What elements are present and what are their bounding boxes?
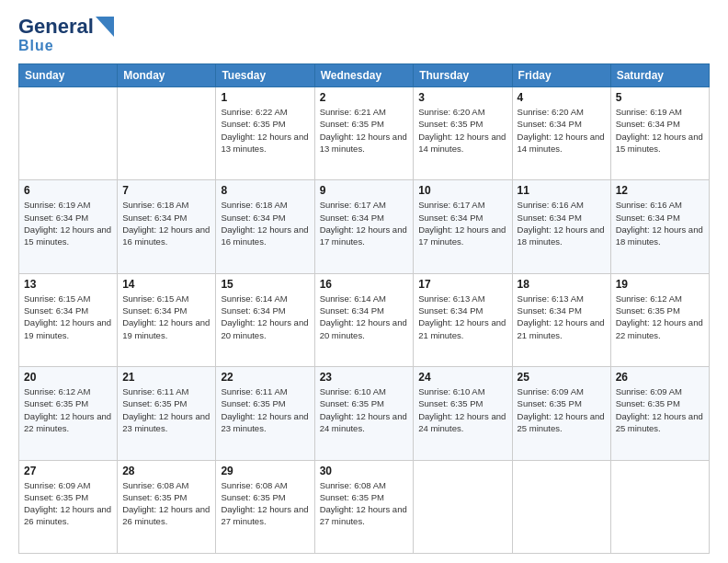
svg-marker-0: [96, 17, 114, 37]
logo: General Blue: [18, 17, 114, 54]
calendar-table: SundayMondayTuesdayWednesdayThursdayFrid…: [18, 63, 710, 554]
day-number: 30: [320, 465, 409, 477]
calendar-cell: 17 Sunrise: 6:13 AMSunset: 6:34 PMDaylig…: [414, 273, 512, 366]
weekday-header-row: SundayMondayTuesdayWednesdayThursdayFrid…: [19, 64, 710, 87]
day-info: Sunrise: 6:08 AMSunset: 6:35 PMDaylight:…: [221, 480, 308, 527]
day-number: 25: [518, 371, 606, 384]
day-number: 29: [221, 465, 309, 477]
day-number: 16: [320, 278, 409, 291]
calendar-cell: 8 Sunrise: 6:18 AMSunset: 6:34 PMDayligh…: [216, 180, 314, 273]
calendar-week-row: 13 Sunrise: 6:15 AMSunset: 6:34 PMDaylig…: [19, 273, 710, 366]
calendar-cell: 26 Sunrise: 6:09 AMSunset: 6:35 PMDaylig…: [610, 367, 709, 460]
day-number: 19: [616, 278, 704, 291]
calendar-cell: [414, 460, 512, 553]
calendar-week-row: 1 Sunrise: 6:22 AMSunset: 6:35 PMDayligh…: [19, 87, 710, 180]
calendar-cell: [512, 460, 610, 553]
day-info: Sunrise: 6:16 AMSunset: 6:34 PMDaylight:…: [518, 200, 605, 247]
day-number: 28: [122, 465, 210, 477]
calendar-cell: 2 Sunrise: 6:21 AMSunset: 6:35 PMDayligh…: [314, 87, 414, 180]
calendar-cell: 12 Sunrise: 6:16 AMSunset: 6:34 PMDaylig…: [610, 180, 709, 273]
day-number: 7: [122, 184, 210, 197]
day-number: 18: [518, 278, 606, 291]
weekday-header-monday: Monday: [118, 64, 216, 87]
day-info: Sunrise: 6:18 AMSunset: 6:34 PMDaylight:…: [122, 200, 210, 247]
day-info: Sunrise: 6:13 AMSunset: 6:34 PMDaylight:…: [518, 293, 605, 340]
day-number: 14: [122, 278, 210, 291]
calendar-cell: [19, 87, 118, 180]
day-number: 26: [616, 371, 704, 384]
calendar-cell: 18 Sunrise: 6:13 AMSunset: 6:34 PMDaylig…: [512, 273, 610, 366]
day-info: Sunrise: 6:16 AMSunset: 6:34 PMDaylight:…: [616, 200, 703, 247]
calendar-cell: 24 Sunrise: 6:10 AMSunset: 6:35 PMDaylig…: [414, 367, 512, 460]
calendar-cell: 22 Sunrise: 6:11 AMSunset: 6:35 PMDaylig…: [216, 367, 314, 460]
calendar-week-row: 6 Sunrise: 6:19 AMSunset: 6:34 PMDayligh…: [19, 180, 710, 273]
day-number: 1: [221, 91, 309, 104]
day-number: 6: [24, 184, 112, 197]
day-number: 4: [518, 91, 606, 104]
day-number: 15: [221, 278, 309, 291]
logo-blue-label: Blue: [18, 38, 54, 53]
calendar-cell: 6 Sunrise: 6:19 AMSunset: 6:34 PMDayligh…: [19, 180, 118, 273]
day-number: 12: [616, 184, 704, 197]
day-info: Sunrise: 6:09 AMSunset: 6:35 PMDaylight:…: [616, 386, 703, 433]
calendar-week-row: 27 Sunrise: 6:09 AMSunset: 6:35 PMDaylig…: [19, 460, 710, 553]
day-info: Sunrise: 6:20 AMSunset: 6:35 PMDaylight:…: [418, 107, 506, 154]
day-number: 22: [221, 371, 309, 384]
day-info: Sunrise: 6:09 AMSunset: 6:35 PMDaylight:…: [24, 480, 111, 527]
day-info: Sunrise: 6:22 AMSunset: 6:35 PMDaylight:…: [221, 107, 308, 154]
page: General Blue SundayMondayTuesdayWednesda…: [0, 0, 728, 563]
day-number: 9: [320, 184, 409, 197]
day-number: 11: [518, 184, 606, 197]
calendar-week-row: 20 Sunrise: 6:12 AMSunset: 6:35 PMDaylig…: [19, 367, 710, 460]
day-info: Sunrise: 6:20 AMSunset: 6:34 PMDaylight:…: [518, 107, 605, 154]
calendar-cell: 20 Sunrise: 6:12 AMSunset: 6:35 PMDaylig…: [19, 367, 118, 460]
calendar-cell: [118, 87, 216, 180]
day-info: Sunrise: 6:13 AMSunset: 6:34 PMDaylight:…: [418, 293, 506, 340]
day-info: Sunrise: 6:10 AMSunset: 6:35 PMDaylight:…: [418, 386, 506, 433]
calendar-cell: 15 Sunrise: 6:14 AMSunset: 6:34 PMDaylig…: [216, 273, 314, 366]
day-number: 24: [418, 371, 506, 384]
day-info: Sunrise: 6:19 AMSunset: 6:34 PMDaylight:…: [24, 200, 111, 247]
day-number: 27: [24, 465, 112, 477]
day-info: Sunrise: 6:14 AMSunset: 6:34 PMDaylight:…: [320, 293, 407, 340]
day-info: Sunrise: 6:21 AMSunset: 6:35 PMDaylight:…: [320, 107, 407, 154]
calendar-cell: 10 Sunrise: 6:17 AMSunset: 6:34 PMDaylig…: [414, 180, 512, 273]
calendar-cell: 16 Sunrise: 6:14 AMSunset: 6:34 PMDaylig…: [314, 273, 414, 366]
day-info: Sunrise: 6:12 AMSunset: 6:35 PMDaylight:…: [616, 293, 703, 340]
calendar-cell: 5 Sunrise: 6:19 AMSunset: 6:34 PMDayligh…: [610, 87, 709, 180]
calendar-cell: [610, 460, 709, 553]
calendar-cell: 7 Sunrise: 6:18 AMSunset: 6:34 PMDayligh…: [118, 180, 216, 273]
day-number: 17: [418, 278, 506, 291]
day-number: 3: [418, 91, 506, 104]
weekday-header-thursday: Thursday: [414, 64, 512, 87]
day-number: 13: [24, 278, 112, 291]
calendar-cell: 9 Sunrise: 6:17 AMSunset: 6:34 PMDayligh…: [314, 180, 414, 273]
day-info: Sunrise: 6:15 AMSunset: 6:34 PMDaylight:…: [122, 293, 210, 340]
day-info: Sunrise: 6:08 AMSunset: 6:35 PMDaylight:…: [122, 480, 210, 527]
weekday-header-friday: Friday: [512, 64, 610, 87]
header: General Blue: [18, 17, 710, 54]
logo-general: General: [18, 17, 94, 37]
day-info: Sunrise: 6:17 AMSunset: 6:34 PMDaylight:…: [418, 200, 506, 247]
day-info: Sunrise: 6:11 AMSunset: 6:35 PMDaylight:…: [221, 386, 308, 433]
day-number: 5: [616, 91, 704, 104]
day-number: 8: [221, 184, 309, 197]
day-info: Sunrise: 6:08 AMSunset: 6:35 PMDaylight:…: [320, 480, 407, 527]
weekday-header-sunday: Sunday: [19, 64, 118, 87]
calendar-cell: 27 Sunrise: 6:09 AMSunset: 6:35 PMDaylig…: [19, 460, 118, 553]
day-info: Sunrise: 6:09 AMSunset: 6:35 PMDaylight:…: [518, 386, 605, 433]
day-number: 10: [418, 184, 506, 197]
day-info: Sunrise: 6:17 AMSunset: 6:34 PMDaylight:…: [320, 200, 407, 247]
calendar-cell: 1 Sunrise: 6:22 AMSunset: 6:35 PMDayligh…: [216, 87, 314, 180]
day-info: Sunrise: 6:12 AMSunset: 6:35 PMDaylight:…: [24, 386, 111, 433]
weekday-header-tuesday: Tuesday: [216, 64, 314, 87]
calendar-cell: 29 Sunrise: 6:08 AMSunset: 6:35 PMDaylig…: [216, 460, 314, 553]
calendar-cell: 4 Sunrise: 6:20 AMSunset: 6:34 PMDayligh…: [512, 87, 610, 180]
day-number: 21: [122, 371, 210, 384]
calendar-cell: 13 Sunrise: 6:15 AMSunset: 6:34 PMDaylig…: [19, 273, 118, 366]
day-info: Sunrise: 6:11 AMSunset: 6:35 PMDaylight:…: [122, 386, 210, 433]
day-info: Sunrise: 6:14 AMSunset: 6:34 PMDaylight:…: [221, 293, 308, 340]
calendar-cell: 19 Sunrise: 6:12 AMSunset: 6:35 PMDaylig…: [610, 273, 709, 366]
calendar-cell: 21 Sunrise: 6:11 AMSunset: 6:35 PMDaylig…: [118, 367, 216, 460]
day-number: 20: [24, 371, 112, 384]
